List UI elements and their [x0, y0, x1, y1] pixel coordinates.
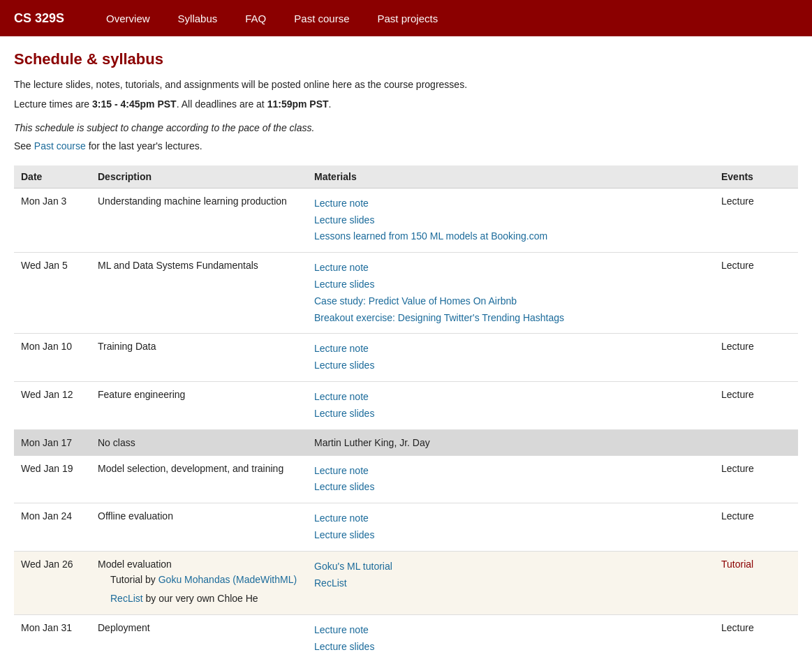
cell-date: Mon Jan 3 [14, 188, 91, 252]
cell-materials: Goku's ML tutorialRecList [307, 551, 714, 614]
past-course-link[interactable]: Past course [34, 140, 86, 152]
tutorial-line-1: Tutorial by Goku Mohandas (MadeWithML) [98, 571, 300, 589]
cell-materials: Lecture noteLecture slides [307, 503, 714, 552]
page-title: Schedule & syllabus [14, 50, 798, 68]
table-row: Wed Jan 19Model selection, development, … [14, 455, 798, 503]
description-main: Model evaluation [98, 559, 300, 570]
material-link[interactable]: Lecture slides [314, 639, 707, 656]
table-row: Mon Jan 24Offline evaluationLecture note… [14, 503, 798, 552]
cell-event: Lecture [714, 253, 798, 334]
tutorial-line-2: RecList by our very own Chloe He [98, 590, 300, 607]
table-row: Mon Jan 3Understanding machine learning … [14, 188, 798, 252]
table-row: Wed Jan 12Feature engineeringLecture not… [14, 381, 798, 429]
col-header-date: Date [14, 165, 91, 189]
cell-materials: Lecture noteLecture slidesLessons learne… [307, 188, 714, 252]
material-link[interactable]: Lecture note [314, 195, 707, 212]
material-link[interactable]: RecList [314, 575, 707, 592]
material-link[interactable]: Lecture slides [314, 357, 707, 374]
table-row: Mon Jan 31DeploymentLecture noteLecture … [14, 615, 798, 657]
cell-event [714, 429, 798, 455]
cell-description: Offline evaluation [91, 503, 307, 552]
intro-text-2: Lecture times are 3:15 - 4:45pm PST. All… [14, 96, 798, 112]
material-link[interactable]: Lecture slides [314, 212, 707, 229]
cell-event: Lecture [714, 503, 798, 552]
intro-text-1: The lecture slides, notes, tutorials, an… [14, 77, 798, 92]
cell-event: Tutorial [714, 551, 798, 614]
schedule-table: Date Description Materials Events Mon Ja… [14, 165, 798, 657]
material-link[interactable]: Case study: Predict Value of Homes On Ai… [314, 293, 707, 310]
table-row: Mon Jan 10Training DataLecture noteLectu… [14, 334, 798, 382]
tutorial-link-goku[interactable]: Goku Mohandas (MadeWithML) [158, 574, 297, 585]
navigation: CS 329S Overview Syllabus FAQ Past cours… [0, 0, 812, 36]
material-link[interactable]: Lecture note [314, 510, 707, 527]
holiday-label: Martin Luther King, Jr. Day [314, 437, 430, 448]
event-label: Tutorial [721, 559, 753, 570]
cell-date: Mon Jan 10 [14, 334, 91, 382]
cell-description: No class [91, 429, 307, 455]
material-link[interactable]: Lecture slides [314, 406, 707, 422]
see-note: See Past course for the last year's lect… [14, 140, 798, 152]
col-header-events: Events [714, 165, 798, 189]
event-label: Lecture [721, 510, 754, 522]
cell-description: Model evaluationTutorial by Goku Mohanda… [91, 551, 307, 614]
nav-past-course[interactable]: Past course [294, 13, 349, 24]
cell-date: Wed Jan 26 [14, 551, 91, 614]
cell-event: Lecture [714, 188, 798, 252]
cell-description: Model selection, development, and traini… [91, 455, 307, 503]
material-link[interactable]: Lecture slides [314, 276, 707, 293]
nav-past-projects[interactable]: Past projects [378, 13, 438, 24]
event-label: Lecture [721, 341, 754, 352]
material-link[interactable]: Breakout exercise: Designing Twitter's T… [314, 310, 707, 327]
tutorial-link-reclist[interactable]: RecList [110, 593, 143, 604]
cell-description: Deployment [91, 615, 307, 657]
cell-date: Mon Jan 31 [14, 615, 91, 657]
nav-overview[interactable]: Overview [106, 13, 150, 24]
cell-date: Mon Jan 17 [14, 429, 91, 455]
cell-materials: Lecture noteLecture slides [307, 455, 714, 503]
italic-note: This schedule is subject to change accor… [14, 122, 798, 133]
cell-date: Wed Jan 12 [14, 381, 91, 429]
cell-materials: Lecture noteLecture slides [307, 615, 714, 657]
cell-materials: Lecture noteLecture slides [307, 381, 714, 429]
cell-materials: Lecture noteLecture slidesCase study: Pr… [307, 253, 714, 334]
material-link[interactable]: Lecture note [314, 389, 707, 406]
cell-materials: Martin Luther King, Jr. Day [307, 429, 714, 455]
col-header-materials: Materials [307, 165, 714, 189]
event-label: Lecture [721, 622, 754, 633]
material-link[interactable]: Lecture note [314, 260, 707, 276]
material-link[interactable]: Goku's ML tutorial [314, 559, 707, 575]
col-header-description: Description [91, 165, 307, 189]
cell-date: Wed Jan 19 [14, 455, 91, 503]
table-row: Mon Jan 17No classMartin Luther King, Jr… [14, 429, 798, 455]
material-link[interactable]: Lecture slides [314, 527, 707, 544]
nav-faq[interactable]: FAQ [245, 13, 266, 24]
event-label: Lecture [721, 389, 754, 400]
material-link[interactable]: Lessons learned from 150 ML models at Bo… [314, 228, 707, 245]
site-title: CS 329S [14, 11, 64, 26]
nav-syllabus[interactable]: Syllabus [178, 13, 218, 24]
event-label: Lecture [721, 463, 754, 474]
cell-description: ML and Data Systems Fundamentals [91, 253, 307, 334]
nav-links: Overview Syllabus FAQ Past course Past p… [106, 13, 438, 24]
cell-event: Lecture [714, 381, 798, 429]
material-link[interactable]: Lecture note [314, 463, 707, 480]
cell-description: Training Data [91, 334, 307, 382]
deadline-time: 11:59pm PST [267, 98, 329, 110]
cell-date: Wed Jan 5 [14, 253, 91, 334]
cell-event: Lecture [714, 455, 798, 503]
cell-date: Mon Jan 24 [14, 503, 91, 552]
cell-description: Understanding machine learning productio… [91, 188, 307, 252]
material-link[interactable]: Lecture note [314, 622, 707, 639]
cell-event: Lecture [714, 615, 798, 657]
cell-event: Lecture [714, 334, 798, 382]
cell-materials: Lecture noteLecture slides [307, 334, 714, 382]
material-link[interactable]: Lecture slides [314, 479, 707, 496]
material-link[interactable]: Lecture note [314, 341, 707, 357]
event-label: Lecture [721, 260, 754, 271]
lecture-time: 3:15 - 4:45pm PST [92, 98, 177, 110]
table-row: Wed Jan 26Model evaluationTutorial by Go… [14, 551, 798, 614]
cell-description: Feature engineering [91, 381, 307, 429]
event-label: Lecture [721, 195, 754, 207]
table-row: Wed Jan 5ML and Data Systems Fundamental… [14, 253, 798, 334]
main-content: Schedule & syllabus The lecture slides, … [0, 36, 812, 657]
